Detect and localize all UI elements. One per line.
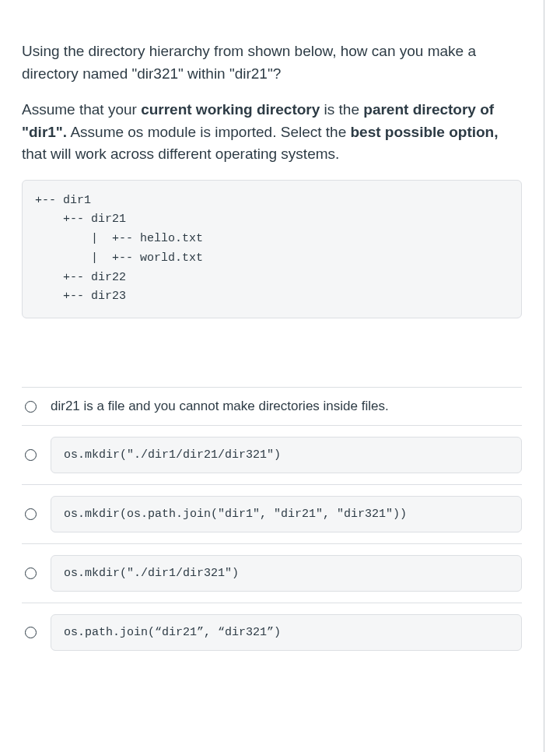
question-panel: Using the directory hierarchy from shown…: [0, 0, 544, 752]
radio-icon[interactable]: [25, 568, 37, 579]
option-4[interactable]: os.mkdir("./dir1/dir321"): [22, 543, 522, 603]
option-2[interactable]: os.mkdir("./dir1/dir21/dir321"): [22, 425, 522, 484]
question-content: Using the directory hierarchy from shown…: [0, 0, 544, 683]
option-3[interactable]: os.mkdir(os.path.join("dir1", "dir21", "…: [22, 484, 522, 543]
option-1-text: dir21 is a file and you cannot make dire…: [51, 399, 389, 414]
option-2-code: os.mkdir("./dir1/dir21/dir321"): [51, 437, 522, 473]
radio-icon[interactable]: [25, 627, 37, 638]
option-5-code: os.path.join(“dir21”, “dir321”): [51, 614, 522, 651]
question-prompt-2: Assume that your current working directo…: [22, 99, 522, 166]
prompt-2-post: that will work across different operatin…: [22, 146, 339, 162]
option-4-code: os.mkdir("./dir1/dir321"): [51, 555, 522, 592]
prompt-2-pre: Assume that your: [22, 101, 141, 118]
prompt-1-text: Using the directory hierarchy from shown…: [22, 43, 476, 82]
question-prompt-1: Using the directory hierarchy from shown…: [22, 40, 522, 85]
prompt-2-mid2: Assume os module is imported. Select the: [67, 124, 350, 140]
radio-icon[interactable]: [25, 449, 37, 461]
prompt-2-bold1: current working directory: [141, 101, 320, 118]
prompt-2-mid1: is the: [320, 101, 363, 118]
directory-tree-codeblock: +-- dir1 +-- dir21 | +-- hello.txt | +--…: [22, 180, 522, 319]
option-5[interactable]: os.path.join(“dir21”, “dir321”): [22, 603, 522, 662]
option-3-code: os.mkdir(os.path.join("dir1", "dir21", "…: [51, 496, 522, 532]
prompt-2-bold3: best possible option,: [351, 124, 499, 140]
radio-icon[interactable]: [25, 508, 37, 520]
radio-icon[interactable]: [25, 401, 37, 413]
option-1[interactable]: dir21 is a file and you cannot make dire…: [22, 387, 522, 425]
answer-options: dir21 is a file and you cannot make dire…: [22, 387, 522, 662]
